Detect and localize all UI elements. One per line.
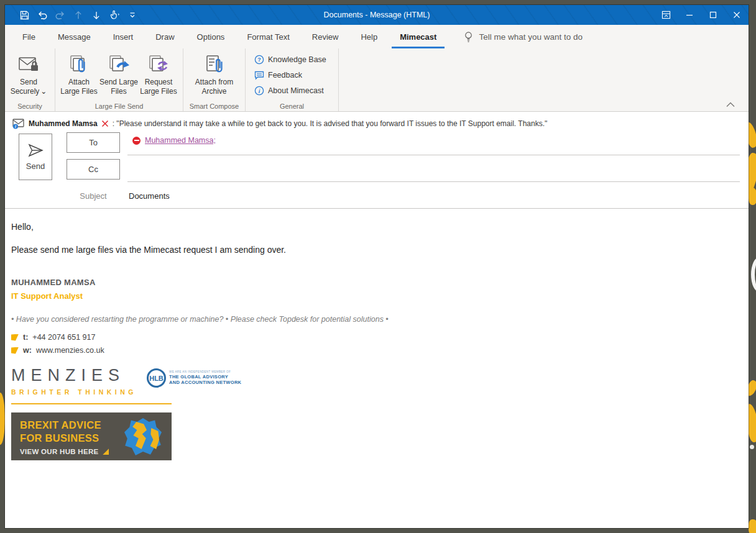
signature-role: IT Support Analyst [11,291,749,301]
ribbon-tab-bar: File Message Insert Draw Options Format … [5,25,749,48]
to-field-divider [127,155,740,155]
maximize-button[interactable] [701,5,725,25]
header-body-divider [5,208,749,209]
brexit-banner[interactable]: BREXIT ADVICE FOR BUSINESS VIEW OUR HUB … [11,412,172,460]
tell-me-box[interactable]: Tell me what you want to do [464,25,583,48]
ribbon-display-options-icon[interactable] [654,5,678,25]
collapse-ribbon-icon[interactable] [726,102,735,107]
hlb-circle-icon: HLB [147,368,166,388]
wallpaper-accent [0,393,5,445]
feedback-bubble-icon [254,70,264,80]
mailtip-dismiss-icon[interactable] [101,120,109,127]
send-large-files-label: Send Large Files [99,78,139,96]
mailtip-text: : "Please understand it may take a while… [113,119,548,128]
svg-text:?: ? [257,57,261,63]
close-button[interactable] [725,5,749,25]
question-circle-icon: ? [254,55,264,65]
svg-text:i: i [259,88,260,94]
signature-name: MUHAMMED MAMSA [11,278,749,287]
tab-message[interactable]: Message [50,25,99,48]
mailtip-envelope-icon: i [12,119,25,129]
tab-draw[interactable]: Draw [147,25,182,48]
send-securely-label: Send Securely [11,78,40,96]
mailtip-bar: i Muhammed Mamsa : "Please understand it… [5,112,749,130]
titlebar: Documents - Message (HTML) [5,5,749,25]
request-large-files-button[interactable]: Request Large Files [139,51,178,96]
signature-tip: • Have you considered restarting the pro… [11,315,749,324]
group-label-large-file-send: Large File Send [55,102,183,110]
send-large-files-icon [108,53,130,76]
wallpaper-accent [749,519,756,533]
message-body[interactable]: Hello, Please send me large files via th… [5,208,749,460]
attach-from-archive-icon [204,53,225,76]
secure-envelope-icon [18,53,39,76]
cta-arrow-icon [103,449,109,455]
outlook-message-window: Documents - Message (HTML) File Message … [5,5,749,528]
attach-large-files-icon [68,53,90,76]
attach-from-archive-button[interactable]: Attach from Archive [187,51,241,96]
tab-insert[interactable]: Insert [105,25,142,48]
body-line1: Please send me large files via the Mimec… [11,245,749,255]
tab-format-text[interactable]: Format Text [239,25,297,48]
undo-icon[interactable] [37,9,48,20]
next-item-icon[interactable] [91,9,102,20]
feedback-button[interactable]: Feedback [254,69,328,81]
send-large-files-button[interactable]: Send Large Files [99,51,139,96]
cc-button[interactable]: Cc [67,159,120,180]
signature-rule [11,403,172,404]
tab-options[interactable]: Options [189,25,233,48]
signature-phone-row: t: +44 2074 651 917 [11,333,749,342]
menzies-tagline: BRIGHTER THINKING [11,388,137,396]
cc-field-divider [127,181,740,182]
banner-cta-label: VIEW OUR HUB HERE [20,448,99,455]
customize-quick-access-icon[interactable] [127,9,138,20]
lightbulb-icon [464,31,473,43]
tab-help[interactable]: Help [353,25,385,48]
previous-item-icon[interactable] [73,9,84,20]
ribbon-group-general: ? Knowledge Base Feedback i About Mimeca… [246,48,339,111]
attach-large-files-label: Attach Large Files [59,78,99,96]
send-button[interactable]: Send [19,134,52,180]
tell-me-label: Tell me what you want to do [479,32,583,42]
wallpaper-accent [749,403,756,443]
request-large-files-icon [147,53,170,76]
attach-from-archive-label: Attach from Archive [187,78,241,96]
subject-label: Subject [67,191,120,201]
wallpaper-accent [749,188,756,205]
group-label-security: Security [5,102,55,110]
touch-mouse-mode-icon[interactable] [109,9,120,20]
about-mimecast-button[interactable]: i About Mimecast [254,84,328,97]
redo-icon[interactable] [55,9,66,20]
quick-access-toolbar [5,9,138,20]
request-large-files-label: Request Large Files [139,78,178,96]
to-field[interactable]: Muhammed Mamsa; [132,136,216,145]
wallpaper-accent [750,445,754,449]
blocked-recipient-icon [132,137,141,145]
group-label-smart-compose: Smart Compose [183,102,245,110]
chevron-down-icon: ⌄ [40,87,47,96]
minimize-button[interactable] [678,5,701,25]
send-plane-icon [27,143,44,158]
save-icon[interactable] [19,9,30,20]
knowledge-base-label: Knowledge Base [268,55,326,64]
flag-icon [11,334,19,341]
tab-file[interactable]: File [14,25,44,48]
phone-value: +44 2074 651 917 [32,333,95,342]
knowledge-base-button[interactable]: ? Knowledge Base [254,53,328,66]
attach-large-files-button[interactable]: Attach Large Files [59,51,99,96]
globe-graphic [124,418,162,455]
feedback-label: Feedback [268,71,302,80]
web-value[interactable]: www.menzies.co.uk [36,346,104,355]
hlb-line1: THE GLOBAL ADVISORY [169,374,241,380]
hlb-text-block: WE ARE AN INDEPENDENT MEMBER OF THE GLOB… [169,370,241,385]
wallpaper-accent [751,257,756,292]
tab-mimecast[interactable]: Mimecast [392,25,445,48]
group-label-general: General [246,102,338,110]
desktop-wallpaper-left [0,0,5,533]
tab-review[interactable]: Review [304,25,347,48]
send-securely-button[interactable]: Send Securely⌄ [9,51,48,96]
recipient-link[interactable]: Muhammed Mamsa; [145,136,216,145]
wallpaper-accent [749,121,756,149]
subject-field[interactable]: Documents [129,191,170,201]
to-button[interactable]: To [67,132,120,153]
